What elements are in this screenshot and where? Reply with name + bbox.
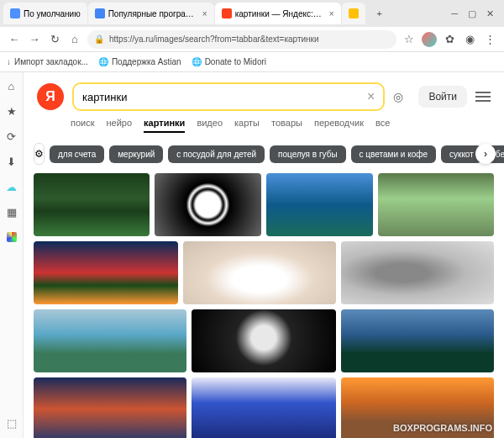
watermark: BOXPROGRAMS.INFO	[393, 423, 492, 433]
bookmark-astian[interactable]: 🌐 Поддержка Astian	[98, 57, 181, 66]
url-bar[interactable]: 🔒 https://ya.ru/images/search?from=tabba…	[87, 30, 396, 49]
tab-neuro[interactable]: нейро	[107, 118, 133, 133]
image-search-icon[interactable]: ◎	[393, 90, 410, 103]
tab-1[interactable]: Популярные программы дл ×	[88, 3, 214, 24]
favicon	[349, 8, 359, 18]
apps-icon[interactable]: ▦	[5, 205, 18, 219]
close-icon[interactable]: ×	[329, 9, 334, 18]
tab-title: Популярные программы дл	[108, 9, 196, 18]
bookmark-button[interactable]: ☆	[402, 32, 417, 47]
image-thumb[interactable]	[183, 241, 336, 304]
image-thumb[interactable]	[341, 309, 494, 372]
menu-icon[interactable]	[475, 92, 491, 102]
image-grid	[24, 173, 504, 438]
tab-0[interactable]: По умолчанию	[3, 3, 87, 24]
image-thumb[interactable]	[155, 173, 261, 236]
chip[interactable]: с цветами и кофе	[351, 145, 436, 163]
tab-video[interactable]: видео	[197, 118, 223, 133]
tab-images[interactable]: картинки	[144, 118, 185, 133]
filter-button[interactable]: ⚙	[34, 143, 45, 165]
tab-goods[interactable]: товары	[271, 118, 302, 133]
back-button[interactable]: ←	[7, 32, 22, 47]
image-thumb[interactable]	[34, 241, 178, 304]
titlebar: По умолчанию Популярные программы дл × к…	[0, 0, 504, 27]
bookmark-midori[interactable]: 🌐 Donate to Midori	[192, 57, 266, 66]
cloud-icon[interactable]: ☁	[5, 180, 18, 193]
lock-icon: 🔒	[94, 34, 104, 44]
tab-title: По умолчанию	[24, 9, 81, 18]
page-content: Я × ◎ Войти поиск нейро картинки видео к…	[24, 72, 504, 438]
account-icon[interactable]: ◉	[462, 32, 477, 47]
globe-icon: 🌐	[98, 57, 108, 66]
image-thumb[interactable]	[34, 309, 186, 372]
close-button[interactable]: ✕	[486, 8, 494, 19]
tab-2[interactable]: картинки — Яндекс: нашлось ×	[215, 3, 341, 24]
forward-button[interactable]: →	[27, 32, 42, 47]
favicon	[95, 8, 105, 18]
new-tab-button[interactable]: +	[370, 3, 390, 24]
profile-icon[interactable]	[422, 32, 437, 47]
login-button[interactable]: Войти	[418, 86, 467, 108]
tab-maps[interactable]: карты	[234, 118, 260, 133]
reload-button[interactable]: ↻	[47, 32, 62, 47]
image-thumb[interactable]	[34, 377, 186, 438]
chip[interactable]: с посудой для детей	[168, 145, 265, 163]
image-thumb[interactable]	[34, 173, 150, 236]
download-icon[interactable]: ⬇	[5, 155, 18, 168]
image-thumb[interactable]	[192, 377, 336, 438]
globe-icon: 🌐	[192, 57, 202, 66]
tab-all[interactable]: все	[375, 118, 390, 133]
tab-title: картинки — Яндекс: нашлось	[235, 9, 323, 18]
close-icon[interactable]: ×	[202, 9, 207, 18]
star-icon[interactable]: ★	[5, 104, 18, 118]
extension-icon[interactable]: ⬚	[5, 416, 18, 430]
history-icon[interactable]: ⟳	[5, 129, 18, 143]
extensions-button[interactable]: ✿	[442, 32, 457, 47]
url-text: https://ya.ru/images/search?from=tabbar&…	[109, 34, 319, 44]
favicon	[10, 8, 20, 18]
image-thumb[interactable]	[378, 173, 494, 236]
tab-search[interactable]: поиск	[71, 118, 95, 133]
minimize-button[interactable]: ─	[451, 8, 458, 19]
search-tabs: поиск нейро картинки видео карты товары …	[24, 118, 504, 140]
import-bookmarks[interactable]: ↓ Импорт закладок...	[7, 57, 88, 66]
clear-icon[interactable]: ×	[367, 89, 375, 104]
bookmarks-bar: ↓ Импорт закладок... 🌐 Поддержка Astian …	[0, 52, 504, 72]
chip[interactable]: для счета	[50, 145, 104, 163]
navbar: ← → ↻ ⌂ 🔒 https://ya.ru/images/search?fr…	[0, 27, 504, 52]
image-thumb[interactable]	[192, 309, 336, 372]
home-button[interactable]: ⌂	[67, 32, 82, 47]
menu-button[interactable]: ⋮	[482, 32, 497, 47]
image-thumb[interactable]	[266, 173, 373, 236]
window-controls: ─ ▢ ✕	[444, 8, 501, 19]
tab-3[interactable]	[342, 3, 365, 24]
maximize-button[interactable]: ▢	[468, 8, 476, 19]
search-box[interactable]: ×	[72, 82, 385, 111]
chevron-right-icon[interactable]: ›	[475, 144, 496, 164]
import-icon: ↓	[7, 57, 11, 66]
search-input[interactable]	[82, 91, 367, 103]
home-icon[interactable]: ⌂	[5, 79, 18, 92]
chip[interactable]: меркурий	[109, 145, 163, 163]
filter-chips: ⚙ для счета меркурий с посудой для детей…	[24, 140, 504, 173]
chip[interactable]: поцелуя в губы	[270, 145, 346, 163]
color-icon[interactable]	[5, 230, 18, 244]
tab-translate[interactable]: переводчик	[314, 118, 364, 133]
sidebar: ⌂ ★ ⟳ ⬇ ☁ ▦ ⬚	[0, 72, 24, 438]
favicon	[222, 8, 232, 18]
image-thumb[interactable]	[341, 241, 494, 304]
yandex-logo[interactable]: Я	[37, 83, 64, 110]
